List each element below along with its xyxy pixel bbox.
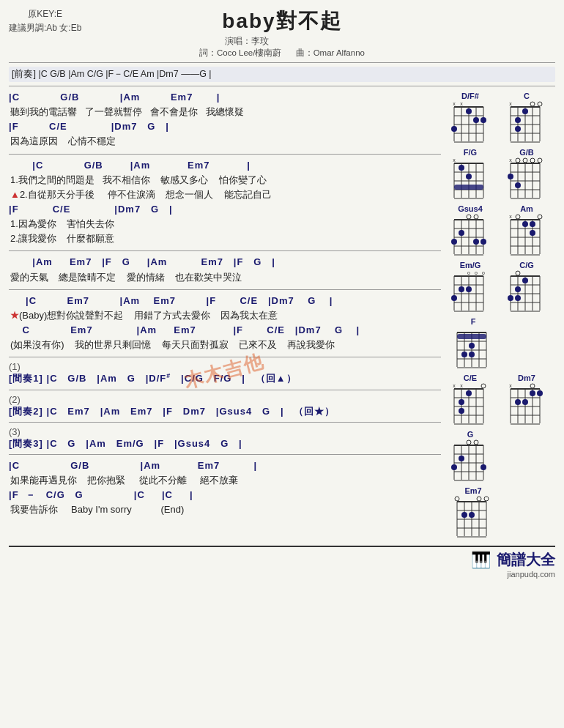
lyric-line-9: (如果沒有你) 我的世界只剩回憶 每天只面對孤寂 已來不及 再說我愛你 [10, 338, 441, 352]
divider6 [9, 390, 441, 390]
chord-diagram-emg: o o o [447, 270, 491, 314]
svg-text:x: x [460, 101, 463, 106]
chord-diagrams: D/F# x [447, 90, 555, 540]
svg-point-62 [515, 182, 521, 188]
svg-point-94 [530, 221, 535, 227]
svg-point-184 [459, 456, 464, 461]
chord-diagram-dm7: x [503, 383, 547, 427]
main-title: baby對不起 [9, 7, 555, 35]
svg-point-197 [484, 497, 489, 501]
svg-point-44 [459, 165, 464, 171]
chord-line-7: C Em7 |Am Em7 |F C/E |Dm7 G | [9, 323, 441, 338]
lyric-line-3: 1.我們之間的問題是 我不相信你 敏感又多心 怕你變了心 [10, 173, 441, 187]
divider3 [9, 250, 441, 251]
svg-point-170 [522, 399, 528, 405]
svg-point-108 [466, 286, 472, 292]
svg-point-185 [480, 464, 486, 470]
lyric-line-2: 因為這原因 心情不穩定 [10, 134, 441, 149]
composer: 曲：Omar Alfanno [296, 48, 365, 57]
svg-point-139 [469, 352, 475, 357]
chord-diagram-gsus4 [447, 214, 491, 258]
svg-point-29 [522, 108, 528, 114]
chord-diagram-em7 [450, 496, 494, 540]
svg-point-168 [537, 390, 543, 396]
svg-point-93 [530, 230, 535, 236]
chord-dm7: Dm7 x [503, 374, 550, 427]
svg-point-124 [515, 295, 521, 301]
svg-point-200 [469, 512, 475, 518]
chord-diagram-c: x [503, 101, 547, 145]
svg-point-77 [459, 230, 464, 236]
svg-point-186 [451, 464, 457, 470]
lyric-line-6: 2.讓我愛你 什麼都願意 [10, 231, 441, 246]
chord-diagram-gb: x [503, 157, 547, 201]
svg-text:x: x [453, 101, 456, 106]
svg-point-152 [481, 384, 486, 388]
svg-point-12 [466, 108, 472, 114]
svg-point-122 [522, 278, 528, 283]
svg-point-30 [515, 117, 521, 123]
svg-text:x: x [509, 101, 512, 106]
singer: 李玟 [251, 36, 269, 46]
svg-point-75 [480, 239, 486, 245]
svg-text:x: x [460, 383, 463, 388]
svg-rect-43 [454, 185, 483, 190]
meta-right: 演唱：李玟 [9, 35, 555, 48]
bottom-section: 🎹 簡譜大全 jianpudq.com [9, 546, 555, 579]
svg-point-15 [451, 126, 457, 132]
svg-point-121 [516, 271, 520, 275]
chord-am: Am x [503, 204, 550, 258]
svg-point-59 [523, 158, 527, 163]
chord-line-5: |Am Em7 |F G |Am Em7 |F G | [9, 255, 441, 270]
svg-text:o: o [467, 270, 470, 275]
chord-cg: C/G [503, 261, 550, 314]
svg-point-92 [522, 221, 528, 227]
chord-diagram-cg [503, 270, 547, 314]
interlude3-line: [間奏3] |C G |Am Em/G |F |Gsus4 G | [9, 437, 441, 450]
divider5 [9, 357, 441, 357]
piano-icon: 🎹 [471, 551, 491, 570]
svg-text:x: x [509, 157, 512, 163]
lyric-line-5: 1.因為愛你 害怕失去你 [10, 217, 441, 231]
chord-f: F [450, 317, 497, 371]
main-content: |C G/B |Am Em7 | 聽到我的電話響 了一聲就暫停 會不會是你 我總… [9, 90, 447, 540]
svg-point-14 [480, 117, 486, 123]
svg-text:x: x [509, 214, 512, 219]
svg-point-73 [467, 215, 471, 219]
chord-diagram-df-sharp: x x [447, 101, 491, 145]
svg-point-13 [473, 117, 479, 123]
lyric-line-7: 愛的天氣 總是陰晴不定 愛的情緒 也在歡笑中哭泣 [10, 270, 441, 285]
chord-ce: C/E x x [447, 374, 494, 427]
outro: |C G/B |Am Em7 | 如果能再遇見你 把你抱緊 從此不分離 絕不放棄… [9, 458, 441, 518]
content-divider [9, 86, 555, 86]
svg-text:x: x [509, 383, 512, 388]
bridge: |Am Em7 |F G |Am Em7 |F G | 愛的天氣 總是陰晴不定 … [9, 255, 441, 284]
svg-point-182 [467, 440, 471, 445]
chord-emg: Em/G o o o [447, 261, 494, 314]
key-suggest: 建議男調:Ab 女:Eb [9, 21, 81, 35]
divider7 [9, 422, 441, 423]
svg-point-74 [474, 215, 478, 219]
star-mark: ★ [10, 310, 19, 321]
svg-point-201 [461, 512, 467, 518]
lyric-line-8: ★(Baby)想對你說聲對不起 用錯了方式去愛你 因為我太在意 [10, 308, 441, 323]
svg-point-28 [530, 102, 535, 106]
svg-text:o: o [475, 270, 478, 275]
svg-point-76 [473, 239, 479, 245]
chord-line-4: |F C/E |Dm7 G | [9, 202, 441, 217]
svg-point-60 [516, 158, 520, 163]
svg-text:o: o [482, 270, 485, 275]
svg-point-61 [508, 174, 513, 179]
credits: 詞：Coco Lee/樓南蔚 曲：Omar Alfanno [9, 48, 555, 59]
chord-c: C x [503, 92, 550, 145]
svg-text:x: x [453, 383, 456, 388]
svg-point-57 [538, 158, 542, 163]
chord-diagram-ce: x x [447, 383, 491, 427]
svg-point-125 [508, 295, 513, 301]
chord-diagram-g [447, 439, 491, 483]
chord-diagram-fg: x [447, 157, 491, 201]
content-area: |C G/B |Am Em7 | 聽到我的電話響 了一聲就暫停 會不會是你 我總… [9, 90, 555, 540]
svg-point-109 [459, 286, 464, 292]
chord-g: G [447, 430, 494, 483]
svg-point-110 [451, 295, 457, 301]
